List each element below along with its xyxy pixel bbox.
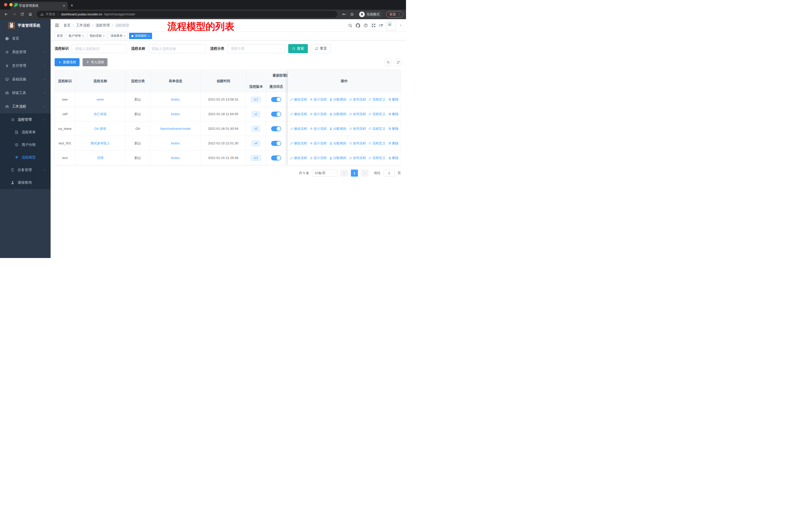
delete-link[interactable]: 删除 [388, 112, 399, 116]
sidebar-item-system[interactable]: 系统管理 [0, 45, 51, 59]
sidebar-item-payment[interactable]: 支付管理 [0, 59, 51, 73]
edit-process-link[interactable]: 修改流程 [290, 127, 307, 131]
form-link[interactable]: biubiu [171, 156, 180, 160]
home-button[interactable] [27, 11, 34, 18]
publish-process-link[interactable]: 发布流程 [349, 97, 366, 102]
refresh-table-button[interactable] [395, 58, 402, 66]
bookmark-star-icon[interactable] [348, 11, 355, 18]
reset-button[interactable]: 重置 [311, 44, 331, 53]
sidebar-item-workflow[interactable]: 工作流程 [0, 100, 51, 113]
goto-page-input[interactable] [384, 169, 395, 176]
assign-rule-link[interactable]: 分配规则 [329, 127, 346, 131]
sidebar-item-leave-query[interactable]: 请假查询 [0, 176, 51, 189]
form-link[interactable]: biubiu [171, 112, 180, 116]
process-name-link[interactable]: 测试多审批人 [90, 141, 110, 146]
design-process-link[interactable]: 设计流程 [310, 141, 327, 146]
tag-process-form[interactable]: 流程表单 × [108, 33, 128, 39]
breadcrumb-workflow[interactable]: 工作流程 [76, 23, 90, 28]
edit-process-link[interactable]: 修改流程 [290, 141, 307, 146]
delete-link[interactable]: 删除 [388, 127, 399, 131]
forward-button[interactable] [10, 11, 18, 18]
import-process-button[interactable]: 导入流程 [83, 58, 108, 66]
assign-rule-link[interactable]: 分配规则 [329, 156, 346, 160]
sidebar-item-home[interactable]: 首页 [0, 32, 51, 45]
browser-menu-icon[interactable]: ⋮ [398, 12, 401, 16]
edit-process-link[interactable]: 修改流程 [290, 156, 307, 160]
process-definition-link[interactable]: 流程定义 [369, 112, 386, 116]
delete-link[interactable]: 删除 [388, 156, 399, 160]
tag-home[interactable]: 首页 [55, 33, 65, 39]
sidebar-item-task-management[interactable]: 任务管理 [0, 164, 51, 176]
breadcrumb-home[interactable]: 首页 [63, 23, 70, 28]
caret-down-icon[interactable] [399, 24, 402, 27]
help-icon[interactable] [364, 23, 368, 28]
hide-search-button[interactable] [384, 58, 392, 66]
delete-link[interactable]: 删除 [388, 97, 399, 102]
process-definition-link[interactable]: 流程定义 [369, 156, 386, 160]
sidebar-item-process-form[interactable]: 流程表单 [0, 126, 51, 139]
assign-rule-link[interactable]: 分配规则 [329, 141, 346, 146]
font-size-icon[interactable]: TT [379, 23, 383, 27]
form-link[interactable]: biubiu [171, 141, 180, 145]
sidebar-toggle-icon[interactable] [55, 23, 59, 28]
new-tab-button[interactable]: + [70, 3, 73, 8]
publish-process-link[interactable]: 发布流程 [349, 156, 366, 160]
version-badge[interactable]: v2 [252, 111, 260, 117]
search-button[interactable]: 搜索 [288, 44, 308, 53]
delete-link[interactable]: 删除 [388, 141, 399, 146]
current-page-button[interactable]: 1 [351, 169, 358, 176]
tag-process-model[interactable]: 流程模型 × [129, 33, 152, 39]
avatar[interactable] [386, 21, 396, 30]
active-toggle[interactable] [271, 126, 281, 131]
version-badge[interactable]: v17 [251, 97, 261, 102]
next-page-button[interactable]: › [361, 169, 369, 176]
reload-button[interactable] [19, 11, 26, 18]
process-name-link[interactable]: eeee [97, 98, 104, 101]
edit-process-link[interactable]: 修改流程 [290, 97, 307, 102]
sidebar-item-infra[interactable]: 基础设施 [0, 73, 51, 86]
version-badge[interactable]: v5 [252, 126, 260, 132]
tag-tenant[interactable]: 租户管理 × [66, 33, 86, 39]
process-name-link[interactable]: OA 请假 [94, 127, 106, 131]
tab-close-icon[interactable]: ✕ [62, 4, 65, 8]
sidebar-item-process-management[interactable]: 流程管理 [0, 113, 51, 126]
process-category-select[interactable]: 流程分类 [227, 44, 285, 53]
publish-process-link[interactable]: 发布流程 [349, 127, 366, 131]
sidebar-item-user-group[interactable]: 用户分组 [0, 139, 51, 151]
process-name-input[interactable] [148, 44, 206, 53]
browser-tab[interactable]: 芋道管理系统 ✕ [10, 2, 68, 9]
process-name-link[interactable]: 自己审批 [94, 112, 107, 116]
fullscreen-icon[interactable] [371, 23, 376, 28]
prev-page-button[interactable]: ‹ [340, 169, 348, 176]
process-definition-link[interactable]: 流程定义 [369, 97, 386, 102]
sidebar-item-process-model[interactable]: 流程模型 [0, 151, 51, 164]
close-icon[interactable]: × [82, 34, 84, 38]
design-process-link[interactable]: 设计流程 [310, 97, 327, 102]
github-icon[interactable] [356, 23, 360, 28]
sidebar-item-devtools[interactable]: 研发工具 [0, 86, 51, 100]
design-process-link[interactable]: 设计流程 [310, 156, 327, 160]
version-badge[interactable]: v21 [251, 155, 261, 161]
active-toggle[interactable] [271, 156, 281, 161]
version-badge[interactable]: v4 [252, 141, 260, 146]
tag-my-process[interactable]: 我的流程 × [87, 33, 107, 39]
design-process-link[interactable]: 设计流程 [310, 112, 327, 116]
active-toggle[interactable] [271, 112, 281, 117]
browser-update-button[interactable]: 更新 ⋮ [386, 11, 404, 18]
active-toggle[interactable] [271, 97, 281, 102]
search-icon[interactable] [348, 23, 352, 28]
process-name-link[interactable]: 滔博 [97, 156, 104, 160]
back-button[interactable] [2, 11, 9, 18]
breadcrumb-process-management[interactable]: 流程管理 [96, 23, 110, 28]
design-process-link[interactable]: 设计流程 [310, 127, 327, 131]
active-toggle[interactable] [271, 141, 281, 146]
maximize-window-button[interactable] [14, 3, 18, 6]
close-icon[interactable]: × [124, 34, 125, 38]
close-window-button[interactable] [4, 3, 7, 6]
password-key-icon[interactable] [340, 11, 347, 18]
publish-process-link[interactable]: 发布流程 [349, 141, 366, 146]
close-icon[interactable]: × [148, 34, 150, 38]
create-process-button[interactable]: 新建流程 [55, 58, 80, 66]
address-bar[interactable]: 不安全 dashboard.yudao.iocoder.cn/bpm/manag… [37, 11, 337, 18]
minimize-window-button[interactable] [9, 3, 12, 6]
